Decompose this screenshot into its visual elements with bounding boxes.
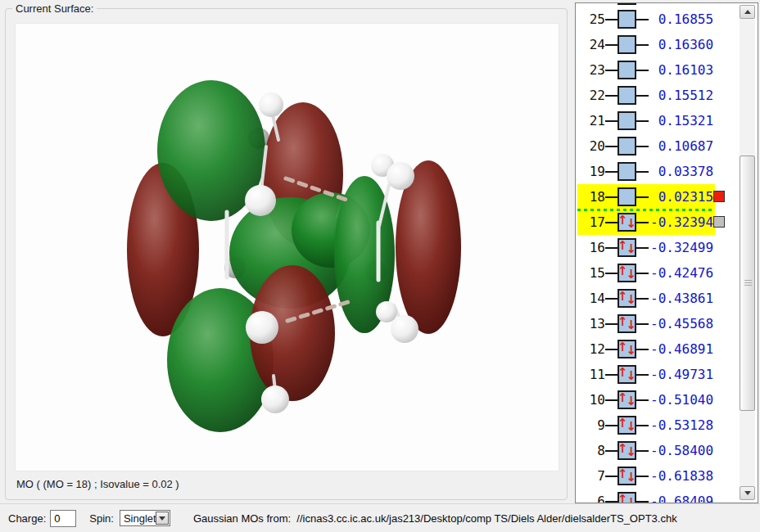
level-line-right [636, 349, 649, 350]
mo-row-9[interactable]: 9↑↓-0.53128 [577, 413, 715, 438]
mo-row-7[interactable]: 7↑↓-0.61838 [577, 463, 715, 489]
mo-index: 22 [581, 88, 605, 103]
dropdown-button[interactable] [156, 512, 169, 525]
virtual-orbital-box[interactable] [618, 187, 636, 206]
occupied-orbital-box[interactable]: ↑↓ [618, 289, 636, 308]
occupied-orbital-box[interactable]: ↑↓ [618, 441, 636, 460]
scroll-up-icon [744, 10, 751, 14]
mo-row-8[interactable]: 8↑↓-0.58400 [577, 438, 715, 463]
level-line-right [636, 120, 649, 122]
hydrogen-atom [376, 301, 397, 322]
mo-row-19[interactable]: 19 0.03378 [577, 159, 715, 184]
level-line-right [636, 44, 649, 46]
mo-row-24[interactable]: 24 0.16360 [577, 32, 715, 57]
level-line-left [605, 425, 618, 426]
mo-row-6[interactable]: 6↑↓-0.68409 [577, 489, 715, 503]
level-line-right [636, 222, 649, 223]
hydrogen-atom [387, 162, 414, 190]
mo-index: 19 [581, 164, 605, 179]
charge-label: Charge: [8, 512, 46, 525]
level-line-left [605, 146, 618, 147]
mo-row-15[interactable]: 15↑↓-0.42476 [577, 260, 715, 286]
occupied-orbital-box[interactable]: ↑↓ [618, 213, 636, 232]
scrollbar-thumb[interactable] [740, 156, 755, 411]
occupied-orbital-box[interactable]: ↑↓ [618, 314, 636, 333]
level-line-left [605, 323, 618, 325]
occupied-orbital-box[interactable]: ↑↓ [618, 365, 636, 384]
mo-color-marker[interactable] [713, 216, 725, 228]
hydrogen-atom [259, 92, 283, 117]
mo-energy: -0.32394 [650, 214, 713, 230]
mo-energy: -0.43861 [650, 291, 713, 306]
level-line-left [605, 44, 618, 46]
mo-row-20[interactable]: 20 0.10687 [577, 133, 715, 159]
spin-down-arrow-icon: ↓ [627, 319, 637, 331]
chevron-down-icon [159, 516, 165, 521]
occupied-orbital-box[interactable]: ↑↓ [618, 492, 636, 503]
virtual-orbital-box[interactable] [618, 61, 636, 79]
molecule-3d-viewport[interactable] [15, 23, 559, 471]
mo-row-23[interactable]: 23 0.16103 [577, 57, 715, 83]
level-line-left [605, 374, 618, 376]
mo-row-11[interactable]: 11↑↓-0.49731 [577, 362, 715, 387]
virtual-orbital-box[interactable] [618, 86, 636, 105]
mo-energy: 0.15321 [650, 113, 713, 128]
hydrogen-atom [261, 385, 289, 413]
occupied-orbital-box[interactable]: ↑↓ [618, 264, 636, 282]
virtual-orbital-box[interactable] [618, 35, 636, 54]
mo-index: 8 [581, 443, 605, 458]
virtual-orbital-box[interactable] [618, 111, 636, 130]
mo-row-12[interactable]: 12↑↓-0.46891 [577, 336, 715, 362]
mo-isosurface-rendering [16, 24, 559, 471]
mo-row-10[interactable]: 10↑↓-0.51040 [577, 387, 715, 413]
mo-row-17[interactable]: 17↑↓-0.32394 [577, 210, 715, 235]
spin-down-arrow-icon: ↓ [627, 395, 637, 408]
level-line-left [605, 222, 618, 223]
level-line-left [605, 399, 618, 401]
level-line-left [605, 476, 618, 477]
level-line-left [605, 349, 618, 350]
mo-color-marker[interactable] [713, 191, 725, 202]
level-line-right [636, 273, 649, 274]
spin-down-arrow-icon: ↓ [627, 497, 637, 503]
mo-list-scrollbar[interactable] [740, 5, 755, 500]
spin-down-arrow-icon: ↓ [627, 294, 637, 306]
occupied-orbital-box[interactable]: ↑↓ [618, 238, 636, 257]
mo-energy: -0.53128 [650, 417, 713, 433]
mo-energy: -0.68409 [650, 494, 713, 503]
spin-dropdown[interactable]: Singlet [120, 510, 170, 526]
charge-input[interactable] [50, 510, 76, 527]
mo-energy: -0.46891 [650, 341, 713, 357]
level-line-right [636, 19, 649, 20]
mo-index: 11 [581, 367, 605, 382]
mo-index: 15 [581, 265, 605, 281]
scroll-down-button[interactable] [740, 486, 755, 500]
mo-energy: -0.42476 [650, 265, 713, 281]
mo-row-18[interactable]: 18 0.02315 [577, 184, 715, 210]
virtual-orbital-box[interactable] [618, 10, 636, 29]
occupied-orbital-box[interactable]: ↑↓ [618, 390, 636, 409]
mo-row-22[interactable]: 22 0.15512 [577, 83, 715, 108]
scrollbar-grip-icon [744, 280, 752, 286]
mo-row-21[interactable]: 21 0.15321 [577, 108, 715, 133]
level-line-left [605, 19, 618, 20]
mo-row-14[interactable]: 14↑↓-0.43861 [577, 286, 715, 311]
scroll-up-button[interactable] [740, 5, 755, 19]
occupied-orbital-box[interactable]: ↑↓ [618, 416, 636, 435]
mo-energy: 0.15512 [650, 88, 713, 103]
level-line-left [605, 70, 618, 71]
spin-down-arrow-icon: ↓ [627, 421, 637, 433]
level-line-right [636, 323, 649, 325]
mo-row-13[interactable]: 13↑↓-0.45568 [577, 311, 715, 336]
mo-row-16[interactable]: 16↑↓-0.32499 [577, 235, 715, 260]
scroll-down-icon [744, 491, 751, 495]
hydrogen-atom [245, 185, 276, 216]
occupied-orbital-box[interactable]: ↑↓ [618, 467, 636, 485]
source-file-text: Gaussian MOs from: //icnas3.cc.ic.ac.uk/… [193, 512, 677, 525]
occupied-orbital-box[interactable]: ↑↓ [618, 340, 636, 358]
spin-label: Spin: [89, 512, 114, 525]
virtual-orbital-box[interactable] [618, 137, 636, 156]
virtual-orbital-box[interactable] [618, 162, 636, 181]
mo-energy: 0.10687 [650, 138, 713, 154]
mo-row-25[interactable]: 25 0.16855 [577, 7, 715, 32]
